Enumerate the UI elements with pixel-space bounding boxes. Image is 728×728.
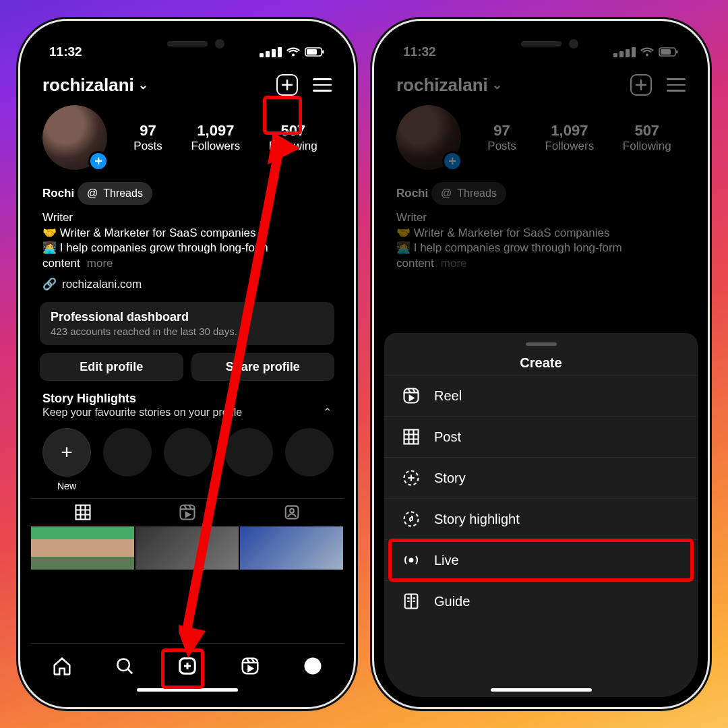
menu-button[interactable] [313,78,332,92]
create-item-guide[interactable]: Guide [384,580,698,621]
stat-posts[interactable]: 97Posts [487,122,516,153]
nav-create-icon[interactable] [177,656,198,676]
bio-line-1: 🤝 Writer & Marketer for SaaS companies [42,226,332,241]
profile-header: rochizalani ⌄ [30,65,344,101]
battery-icon [659,47,679,57]
grid-tab-icon[interactable] [73,503,92,522]
create-sheet: Create Reel Post Story Story highlight L… [384,333,698,697]
svg-rect-17 [404,389,419,403]
svg-rect-3 [75,506,90,520]
bio-category: Writer [396,210,686,226]
svg-rect-16 [676,51,678,54]
story-highlight-icon [402,510,421,528]
home-indicator [137,688,238,692]
create-item-live[interactable]: Live [384,539,698,580]
stat-following[interactable]: 507 Following [269,122,317,153]
reels-tab-icon[interactable] [178,503,197,522]
notch [117,31,258,57]
add-story-badge-icon[interactable]: + [88,151,109,171]
grid-icon [402,427,421,446]
feed-thumb[interactable] [239,526,344,570]
highlights-section: Story Highlights Keep your favourite sto… [30,381,344,495]
svg-point-7 [117,659,129,671]
home-icon[interactable] [52,656,72,676]
bio-line-2: 👩‍💻 I help companies grow through long-f… [396,241,686,272]
profile-nav-icon[interactable] [303,656,323,676]
stat-posts[interactable]: 97 Posts [133,122,162,153]
username-selector[interactable]: rochizalani ⌄ [42,75,148,96]
highlight-placeholder [224,428,273,477]
sheet-title: Create [384,355,698,371]
threads-pill[interactable]: @ Threads [78,182,152,205]
feed-thumb[interactable] [30,526,135,570]
username-text: rochizalani [396,75,488,96]
bio-link[interactable]: 🔗 rochizalani.com [42,277,332,293]
bottom-nav [30,643,344,697]
highlight-new[interactable]: + New [42,428,91,491]
sheet-grabber[interactable] [526,342,557,346]
username-text: rochizalani [42,75,134,96]
more-link[interactable]: more [441,257,467,270]
stat-followers[interactable]: 1,097Followers [545,122,594,153]
stat-followers[interactable]: 1,097 Followers [191,122,240,153]
stats-row: + 97 Posts 1,097 Followers 507 Following [30,101,344,173]
create-button[interactable] [276,74,298,96]
story-icon [402,468,421,487]
svg-point-22 [411,518,412,520]
display-name: Rochi [42,187,74,200]
bio-line-1: 🤝 Writer & Marketer for SaaS companies [396,226,686,241]
create-item-reel[interactable]: Reel [384,375,698,416]
svg-point-10 [304,657,321,674]
svg-rect-1 [307,49,317,55]
battery-icon [305,47,325,57]
screen-create-sheet: 11:32 rochizalani ⌄ [384,31,698,697]
cellular-icon [260,47,282,57]
threads-icon: @ [441,186,452,201]
avatar[interactable]: + [42,105,107,170]
share-profile-button[interactable]: Share profile [191,353,335,381]
live-icon [402,551,421,570]
highlight-placeholder [285,428,334,477]
screen-profile: 11:32 rochizalani ⌄ [30,31,344,697]
edit-profile-button[interactable]: Edit profile [40,353,183,381]
profile-header: rochizalani ⌄ [384,65,698,101]
status-time: 11:32 [49,44,82,59]
svg-point-23 [409,558,414,563]
menu-button[interactable] [667,78,686,92]
highlight-placeholder [164,428,212,477]
create-item-post[interactable]: Post [384,416,698,457]
wifi-icon [286,47,301,57]
bio-category: Writer [42,210,332,226]
more-link[interactable]: more [87,257,113,270]
cellular-icon [613,47,636,57]
svg-rect-2 [322,51,324,54]
highlight-placeholder [103,428,152,477]
svg-rect-15 [661,49,671,55]
status-icons [260,47,325,57]
display-name: Rochi [396,187,428,200]
stats-row: + 97Posts 1,097Followers 507Following [384,101,698,173]
chevron-down-icon: ⌄ [492,78,502,92]
threads-pill[interactable]: @ Threads [431,182,506,205]
username-selector[interactable]: rochizalani ⌄ [396,75,502,96]
professional-dashboard-card[interactable]: Professional dashboard 423 accounts reac… [40,302,334,345]
search-icon[interactable] [115,656,135,676]
wifi-icon [640,47,655,57]
svg-point-6 [290,509,294,513]
avatar[interactable]: + [396,105,461,170]
svg-rect-4 [180,506,194,520]
create-item-story-highlight[interactable]: Story highlight [384,498,698,539]
stat-following[interactable]: 507Following [623,122,671,153]
phone-right: 11:32 rochizalani ⌄ [374,21,708,707]
bio-line-2: 👩‍💻 I help companies grow through long-f… [42,241,332,272]
tagged-tab-icon[interactable] [282,503,301,522]
guide-icon [402,592,421,611]
feed-thumb[interactable] [135,526,239,570]
notch [471,31,612,57]
chevron-down-icon: ⌄ [138,78,148,92]
add-story-badge-icon[interactable]: + [442,151,462,171]
create-button[interactable] [630,74,652,96]
create-item-story[interactable]: Story [384,457,698,498]
reels-nav-icon[interactable] [240,656,260,676]
highlights-collapse-icon[interactable]: ⌃ [323,406,332,419]
